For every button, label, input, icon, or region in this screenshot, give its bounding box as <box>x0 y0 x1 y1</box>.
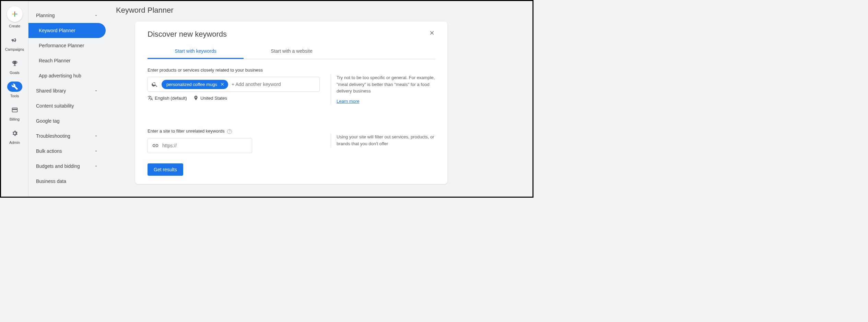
tab-start-website[interactable]: Start with a website <box>244 44 340 59</box>
page-title: Keyword Planner <box>116 6 522 15</box>
plus-icon <box>7 6 23 22</box>
sidebar-section-budgets-bidding[interactable]: Budgets and bidding <box>28 159 106 174</box>
trophy-icon <box>7 58 22 69</box>
section-label: Business data <box>36 178 66 184</box>
get-results-button[interactable]: Get results <box>148 163 183 176</box>
sidebar-section-content-suitability[interactable]: Content suitability <box>28 98 106 113</box>
rail-campaigns-label: Campaigns <box>5 47 24 51</box>
megaphone-icon <box>7 35 22 45</box>
section-label: Budgets and bidding <box>36 163 80 169</box>
sidebar-section-troubleshooting[interactable]: Troubleshooting <box>28 128 106 144</box>
rail-tools-label: Tools <box>10 94 19 98</box>
tip-text-1: Try not to be too specific or general. F… <box>331 74 435 104</box>
close-icon <box>429 30 435 36</box>
chevron-down-icon <box>94 149 98 153</box>
location-selector[interactable]: United States <box>193 95 227 101</box>
sidebar-section-bulk-actions[interactable]: Bulk actions <box>28 144 106 159</box>
site-field-label: Enter a site to filter unrelated keyword… <box>148 128 320 134</box>
close-button[interactable] <box>429 30 435 38</box>
section-label: Google tag <box>36 118 60 124</box>
rail-admin[interactable]: Admin <box>7 128 22 145</box>
location-icon <box>193 95 199 101</box>
learn-more-link[interactable]: Learn more <box>337 98 359 105</box>
chevron-up-icon <box>94 13 98 17</box>
card-title: Discover new keywords <box>148 30 227 39</box>
site-url-input[interactable] <box>162 143 248 148</box>
rail-billing[interactable]: Billing <box>7 105 22 121</box>
nav-reach-planner[interactable]: Reach Planner <box>28 53 106 68</box>
rail-billing-label: Billing <box>10 117 20 121</box>
language-selector[interactable]: English (default) <box>148 95 187 101</box>
search-icon <box>151 81 158 88</box>
rail-goals[interactable]: Goals <box>7 58 22 75</box>
nav-performance-planner[interactable]: Performance Planner <box>28 38 106 53</box>
site-input-box[interactable] <box>148 138 252 153</box>
section-label: Bulk actions <box>36 148 62 154</box>
help-icon[interactable]: ? <box>227 129 232 134</box>
sidebar-section-business-data[interactable]: Business data <box>28 174 106 189</box>
left-rail: Create Campaigns Goals Tools Billing <box>1 1 28 197</box>
tools-icon <box>7 82 22 92</box>
sidebar-section-shared-library[interactable]: Shared library <box>28 83 106 98</box>
section-label: Troubleshooting <box>36 133 70 139</box>
rail-create-label: Create <box>9 24 20 28</box>
section-label: Shared library <box>36 88 66 94</box>
card-icon <box>7 105 22 115</box>
tip-text-2: Using your site will filter out services… <box>331 134 435 147</box>
keyword-chip[interactable]: personalized coffee mugs <box>162 80 228 89</box>
chip-remove[interactable] <box>220 82 225 87</box>
chip-text: personalized coffee mugs <box>166 82 217 87</box>
sidebar-section-planning[interactable]: Planning <box>28 8 106 23</box>
translate-icon <box>148 95 153 101</box>
rail-create[interactable]: Create <box>7 6 23 28</box>
section-label: Content suitability <box>36 103 74 109</box>
link-icon <box>152 142 159 149</box>
gear-icon <box>7 128 22 138</box>
keywords-input-box[interactable]: personalized coffee mugs <box>148 77 320 92</box>
location-text: United States <box>200 96 227 101</box>
language-text: English (default) <box>155 96 187 101</box>
rail-tools[interactable]: Tools <box>7 82 22 98</box>
section-label: Planning <box>36 13 55 18</box>
nav-app-advertising-hub[interactable]: App advertising hub <box>28 68 106 83</box>
add-keyword-input[interactable] <box>232 82 316 87</box>
nav-keyword-planner[interactable]: Keyword Planner <box>28 23 106 38</box>
chevron-down-icon <box>94 164 98 168</box>
rail-campaigns[interactable]: Campaigns <box>5 35 24 51</box>
rail-admin-label: Admin <box>9 140 20 145</box>
sidebar: Planning Keyword Planner Performance Pla… <box>28 1 106 197</box>
discover-card: Discover new keywords Start with keyword… <box>135 22 447 184</box>
close-icon <box>220 82 225 87</box>
chevron-down-icon <box>94 89 98 93</box>
chevron-down-icon <box>94 134 98 138</box>
rail-goals-label: Goals <box>10 71 20 75</box>
sidebar-section-google-tag[interactable]: Google tag <box>28 113 106 128</box>
tab-start-keywords[interactable]: Start with keywords <box>148 44 244 59</box>
keywords-field-label: Enter products or services closely relat… <box>148 67 320 73</box>
tabs: Start with keywords Start with a website <box>148 44 435 59</box>
main-content: Keyword Planner Discover new keywords St… <box>106 1 532 197</box>
